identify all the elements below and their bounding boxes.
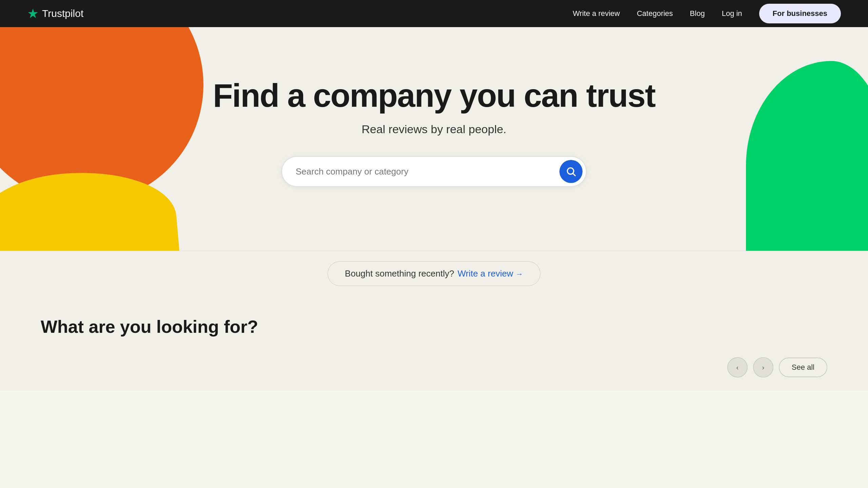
navbar: ★ Trustpilot Write a review Categories B… (0, 0, 868, 27)
logo-text: Trustpilot (42, 8, 83, 19)
nav-links: Write a review Categories Blog Log in Fo… (573, 4, 841, 23)
for-businesses-button[interactable]: For businesses (759, 4, 841, 23)
search-button[interactable] (559, 160, 583, 183)
arrow-icon: → (516, 270, 523, 278)
banner-text: Bought something recently? (345, 268, 454, 279)
hero-title: Find a company you can trust (213, 78, 655, 114)
next-button[interactable]: › (753, 357, 773, 378)
looking-for-title: What are you looking for? (41, 317, 827, 337)
prev-button[interactable]: ‹ (727, 357, 748, 378)
svg-point-0 (567, 168, 574, 175)
nav-blog[interactable]: Blog (690, 9, 705, 18)
nav-login[interactable]: Log in (722, 9, 742, 18)
svg-line-1 (573, 174, 575, 176)
hero-content: Find a company you can trust Real review… (197, 78, 671, 187)
bottom-nav-area: ‹ › See all (0, 350, 868, 391)
search-bar (281, 156, 587, 187)
green-blob-decoration (746, 61, 868, 251)
search-icon (566, 166, 576, 177)
nav-write-review[interactable]: Write a review (573, 9, 620, 18)
review-banner: Bought something recently? Write a revie… (0, 251, 868, 296)
hero-subtitle: Real reviews by real people. (361, 123, 506, 136)
star-icon: ★ (27, 7, 39, 20)
looking-for-section: What are you looking for? (0, 296, 868, 350)
chevron-right-icon: › (762, 364, 764, 371)
logo-link[interactable]: ★ Trustpilot (27, 7, 83, 20)
review-pill: Bought something recently? Write a revie… (328, 261, 540, 286)
hero-section: Find a company you can trust Real review… (0, 27, 868, 251)
nav-categories[interactable]: Categories (637, 9, 673, 18)
write-review-link[interactable]: Write a review → (457, 268, 523, 279)
search-input[interactable] (281, 156, 587, 187)
chevron-left-icon: ‹ (736, 364, 738, 371)
see-all-button[interactable]: See all (779, 358, 827, 377)
see-all-label: See all (792, 363, 814, 371)
